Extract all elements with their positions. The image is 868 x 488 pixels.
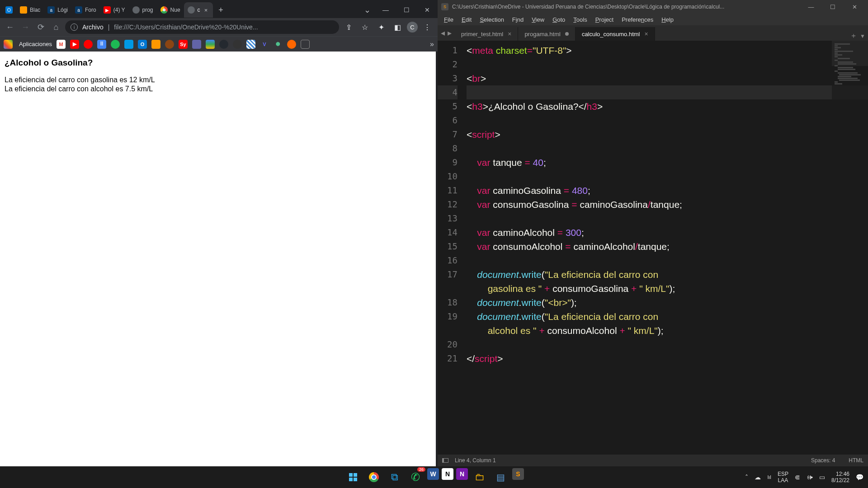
browser-tab[interactable]: Nue bbox=[157, 2, 184, 18]
editor-tab[interactable]: progama.html bbox=[518, 27, 575, 41]
maximize-button[interactable]: ☐ bbox=[823, 1, 843, 13]
bookmark-icon[interactable] bbox=[301, 40, 310, 49]
apps-icon[interactable] bbox=[4, 40, 13, 49]
new-tab-button[interactable]: ＋ bbox=[850, 31, 857, 41]
bookmark-icon[interactable]: ⬢ bbox=[274, 40, 283, 49]
cursor-position[interactable]: Line 4, Column 1 bbox=[455, 457, 496, 464]
apps-label[interactable]: Aplicaciones bbox=[19, 41, 52, 47]
menu-preferences[interactable]: Preferences bbox=[618, 15, 657, 24]
reload-button[interactable]: ⟳ bbox=[34, 21, 47, 33]
close-tab-icon[interactable]: × bbox=[645, 30, 648, 38]
minimap[interactable] bbox=[832, 41, 868, 104]
onedrive-icon[interactable]: ☁ bbox=[755, 474, 761, 481]
chrome-menu-button[interactable]: ⋮ bbox=[420, 20, 434, 34]
notifications-button[interactable]: 💬 bbox=[856, 474, 863, 481]
bookmark-icon[interactable] bbox=[192, 40, 201, 49]
tab-dropdown-button[interactable]: ⌄ bbox=[359, 2, 375, 18]
bookmark-icon[interactable] bbox=[233, 40, 242, 49]
menu-tools[interactable]: Tools bbox=[570, 15, 590, 24]
taskbar-whatsapp[interactable]: ✆26 bbox=[406, 468, 425, 486]
menu-find[interactable]: Find bbox=[509, 15, 527, 24]
minimize-button[interactable]: — bbox=[375, 2, 396, 18]
close-window-button[interactable]: ✕ bbox=[417, 2, 438, 18]
home-button[interactable]: ⌂ bbox=[50, 21, 62, 33]
menu-file[interactable]: File bbox=[440, 15, 457, 24]
volume-icon[interactable]: 🕪 bbox=[807, 474, 813, 481]
taskbar-sublime[interactable]: S bbox=[512, 468, 524, 480]
translate-icon[interactable]: ⠿ bbox=[97, 40, 106, 49]
outlook-icon[interactable]: O bbox=[138, 40, 147, 49]
syntax-setting[interactable]: HTML bbox=[849, 457, 863, 464]
gmail-icon[interactable]: M bbox=[57, 40, 66, 49]
browser-tab[interactable]: prog bbox=[129, 2, 157, 18]
browser-tab[interactable]: aForo bbox=[71, 2, 100, 18]
taskbar-notion[interactable]: N bbox=[442, 468, 453, 480]
menu-selection[interactable]: Selection bbox=[476, 15, 507, 24]
menu-view[interactable]: View bbox=[528, 15, 548, 24]
github-icon[interactable] bbox=[219, 40, 228, 49]
taskbar-vscode[interactable]: ⧉ bbox=[386, 468, 404, 486]
forward-button[interactable]: → bbox=[19, 21, 32, 33]
taskbar-word[interactable]: W bbox=[427, 468, 439, 480]
taskbar-app[interactable]: ▤ bbox=[491, 468, 509, 486]
menu-goto[interactable]: Goto bbox=[549, 15, 569, 24]
editor-tab[interactable]: primer_test.html× bbox=[455, 27, 518, 41]
spotify-icon[interactable] bbox=[111, 40, 120, 49]
tab-next-button[interactable]: ▸ bbox=[446, 28, 453, 38]
bookmark-icon[interactable] bbox=[124, 40, 133, 49]
browser-tab[interactable]: aLógi bbox=[44, 2, 71, 18]
bookmark-icon[interactable] bbox=[287, 40, 296, 49]
start-button[interactable] bbox=[344, 468, 362, 486]
menu-project[interactable]: Project bbox=[592, 15, 617, 24]
close-tab-icon[interactable]: × bbox=[508, 30, 511, 38]
tray-overflow-button[interactable]: ˄ bbox=[745, 474, 748, 481]
globe-icon bbox=[132, 6, 140, 14]
close-tab-icon[interactable]: × bbox=[203, 7, 209, 13]
taskbar-chrome[interactable] bbox=[365, 468, 383, 486]
indentation-setting[interactable]: Spaces: 4 bbox=[811, 457, 835, 464]
code-editor[interactable]: <meta charset="UTF-8"> <br> <h3>¿Alcohol… bbox=[464, 41, 868, 455]
minimize-button[interactable]: — bbox=[801, 1, 821, 13]
menu-help[interactable]: Help bbox=[658, 15, 677, 24]
side-panel-toggle-icon[interactable] bbox=[442, 458, 448, 463]
clock[interactable]: 12:468/12/22 bbox=[831, 471, 849, 484]
tab-menu-button[interactable]: ▼ bbox=[860, 33, 865, 39]
taskbar-onenote[interactable]: N bbox=[456, 468, 468, 480]
site-info-icon[interactable]: i bbox=[71, 23, 78, 31]
extensions-button[interactable]: ✦ bbox=[374, 20, 388, 34]
line-gutter[interactable]: 123456789101112131415161718192021 bbox=[438, 41, 464, 455]
tab-prev-button[interactable]: ◂ bbox=[439, 28, 446, 38]
new-tab-button[interactable]: + bbox=[215, 4, 227, 16]
wifi-icon[interactable]: ⋐ bbox=[795, 474, 800, 481]
bookmark-icon[interactable] bbox=[165, 40, 174, 49]
back-button[interactable]: ← bbox=[4, 21, 16, 33]
close-window-button[interactable]: ✕ bbox=[844, 1, 864, 13]
bookmark-icon[interactable] bbox=[246, 40, 255, 49]
taskbar-explorer[interactable]: 🗀 bbox=[471, 468, 489, 486]
share-button[interactable]: ⇪ bbox=[342, 20, 355, 34]
symbolab-icon[interactable]: Sy bbox=[179, 40, 188, 49]
vite-icon[interactable]: V bbox=[260, 40, 269, 49]
bookmark-icon[interactable] bbox=[151, 40, 160, 49]
editor-tab-active[interactable]: calculo_consumo.html× bbox=[576, 27, 655, 41]
sublime-titlebar[interactable]: S C:\Users\Cristhian\OneDrive - Universi… bbox=[438, 0, 868, 14]
bookmark-star-button[interactable]: ☆ bbox=[358, 20, 372, 34]
browser-tab[interactable]: O bbox=[2, 2, 16, 18]
tray-icon[interactable]: ΙιΙ bbox=[767, 474, 771, 480]
menu-edit[interactable]: Edit bbox=[458, 15, 475, 24]
profile-button[interactable]: C bbox=[407, 22, 418, 33]
browser-tab[interactable]: ▶(4) Y bbox=[100, 2, 129, 18]
chrome-toolbar: ← → ⟳ ⌂ i Archivo | file:///C:/Users/Cri… bbox=[0, 18, 438, 36]
browser-tab-active[interactable]: c× bbox=[184, 2, 213, 18]
address-bar[interactable]: i Archivo | file:///C:/Users/Cristhian/O… bbox=[65, 20, 339, 34]
bookmarks-overflow-button[interactable]: » bbox=[430, 40, 434, 48]
site-icon: a bbox=[47, 6, 55, 14]
ytmusic-icon[interactable] bbox=[84, 40, 93, 49]
maximize-button[interactable]: ☐ bbox=[396, 2, 417, 18]
youtube-icon[interactable]: ▶ bbox=[70, 40, 79, 49]
side-panel-button[interactable]: ◧ bbox=[391, 20, 404, 34]
drive-icon[interactable] bbox=[206, 40, 215, 49]
browser-tab[interactable]: Blac bbox=[16, 2, 44, 18]
battery-icon[interactable]: ▭ bbox=[819, 474, 825, 481]
language-indicator[interactable]: ESPLAA bbox=[778, 471, 788, 484]
